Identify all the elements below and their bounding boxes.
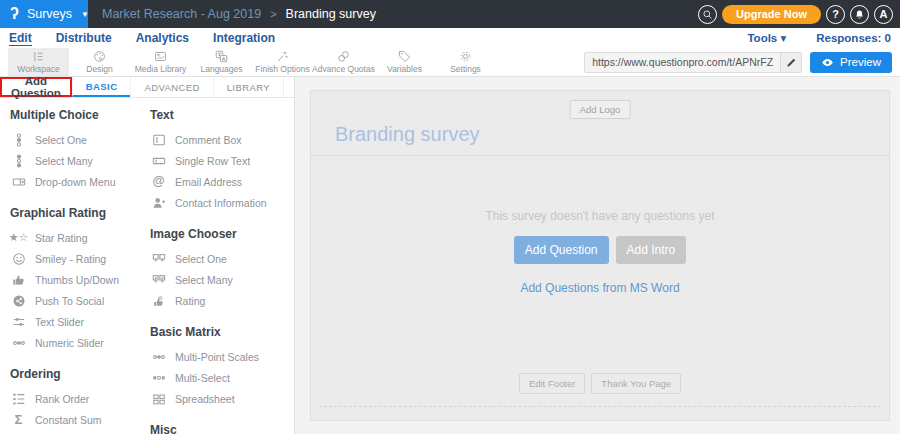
comment-box-icon (152, 133, 166, 147)
add-question-panel-button[interactable]: Add Question (0, 77, 72, 97)
qtype-constant-sum[interactable]: Σ Constant Sum (10, 409, 150, 430)
breadcrumb-separator: > (270, 8, 276, 20)
toolbar-workspace[interactable]: Workspace (8, 48, 69, 76)
toolbar-advance-quotas[interactable]: Advance Quotas (313, 48, 374, 76)
section-title: Text (150, 108, 294, 122)
responses-count[interactable]: Responses: 0 (816, 32, 891, 44)
add-question-button[interactable]: Add Question (514, 236, 609, 264)
tools-dropdown[interactable]: Tools ▾ (747, 31, 786, 45)
card-footer-actions: Edit Footer Thank You Page (311, 373, 889, 394)
preview-button[interactable]: Preview (810, 52, 892, 73)
section-title: Basic Matrix (150, 325, 294, 339)
numeric-slider-icon (12, 336, 26, 350)
qtype-multi-point-scales[interactable]: Multi-Point Scales (150, 346, 294, 367)
tab-integration[interactable]: Integration (213, 31, 275, 45)
text-slider-icon (12, 315, 26, 329)
panel-body: Multiple Choice Select One Select Many D… (0, 98, 294, 434)
qtype-comment-box[interactable]: Comment Box (150, 129, 294, 150)
chain-icon (337, 50, 350, 63)
tab-analytics[interactable]: Analytics (136, 31, 189, 45)
toolbar-finish-options[interactable]: Finish Options (252, 48, 313, 76)
survey-card-body: This survey doesn't have any questions y… (311, 156, 889, 420)
multi-select-icon (152, 371, 166, 385)
thank-you-page-button[interactable]: Thank You Page (591, 373, 681, 394)
edit-url-button[interactable] (780, 53, 801, 72)
question-type-panel: Add Question BASIC ADVANCED LIBRARY × Mu… (0, 77, 295, 434)
survey-toolbar: Workspace Design Media Library Languages… (0, 48, 900, 77)
magic-wand-icon (276, 50, 289, 63)
qtype-select-many[interactable]: Select Many (10, 150, 150, 171)
qtype-dropdown-menu[interactable]: Drop-down Menu (10, 171, 150, 192)
qtype-drag-and-drop[interactable]: Drag and Drop (10, 430, 150, 434)
survey-card: Add Logo Branding survey This survey doe… (310, 90, 890, 421)
qtype-smiley-rating[interactable]: Smiley - Rating (10, 248, 150, 269)
account-avatar[interactable]: A (874, 5, 893, 24)
qtype-text-slider[interactable]: Text Slider (10, 311, 150, 332)
breadcrumb-parent-link[interactable]: Market Research - Aug 2019 (102, 7, 261, 21)
rank-order-icon (12, 392, 26, 406)
upgrade-now-button[interactable]: Upgrade Now (722, 5, 821, 24)
qtype-contact-information[interactable]: Contact Information (150, 192, 294, 213)
toolbar-variables[interactable]: Variables (374, 48, 435, 76)
qtype-image-select-one[interactable]: Select One (150, 248, 294, 269)
notifications-button[interactable] (850, 5, 869, 24)
panel-column-2: Text Comment Box Single Row Text @ Email… (150, 108, 294, 434)
qtype-numeric-slider[interactable]: Numeric Slider (10, 332, 150, 353)
qtype-thumbs-up-down[interactable]: Thumbs Up/Down (10, 269, 150, 290)
toolbar-settings[interactable]: Settings (435, 48, 496, 76)
radio-list-icon (12, 133, 26, 147)
tab-edit[interactable]: Edit (9, 31, 32, 46)
search-icon (702, 9, 713, 20)
qtype-multi-select[interactable]: Multi-Select (150, 367, 294, 388)
add-intro-button[interactable]: Add Intro (616, 236, 687, 264)
top-actions: Upgrade Now ? A (698, 5, 900, 24)
help-button[interactable]: ? (826, 5, 845, 24)
toolbar-languages[interactable]: Languages (191, 48, 252, 76)
qtype-image-select-many[interactable]: Select Many (150, 269, 294, 290)
checkbox-list-icon (12, 154, 26, 168)
tab-distribute[interactable]: Distribute (56, 31, 112, 45)
footer-dashed-divider (319, 406, 881, 407)
qtype-spreadsheet[interactable]: Spreadsheet (150, 388, 294, 409)
section-title: Graphical Rating (10, 206, 150, 220)
chevron-down-icon: ▼ (81, 10, 89, 19)
image-rating-icon (152, 294, 166, 308)
workspace-icon (32, 50, 45, 63)
qtype-single-row-text[interactable]: Single Row Text (150, 150, 294, 171)
add-logo-button[interactable]: Add Logo (570, 100, 631, 119)
search-button[interactable] (698, 5, 717, 24)
surveys-menu[interactable]: ʔ Surveys ▼ (0, 0, 88, 28)
add-questions-from-ms-word-link[interactable]: Add Questions from MS Word (520, 281, 679, 295)
spreadsheet-icon (152, 392, 166, 406)
qtype-email-address[interactable]: @ Email Address (150, 171, 294, 192)
survey-url[interactable]: https://www.questionpro.com/t/APNrFZ (585, 53, 780, 72)
qtype-star-rating[interactable]: ★☆ Star Rating (10, 227, 150, 248)
edit-footer-button[interactable]: Edit Footer (519, 373, 585, 394)
breadcrumb: Market Research - Aug 2019 > Branding su… (102, 7, 376, 21)
dropdown-menu-icon (12, 175, 26, 189)
top-bar: ʔ Surveys ▼ Market Research - Aug 2019 >… (0, 0, 900, 28)
qtype-push-to-social[interactable]: Push To Social (10, 290, 150, 311)
gear-icon (459, 50, 472, 63)
thumbs-up-icon (12, 273, 26, 287)
panel-tabs: BASIC ADVANCED LIBRARY × (72, 77, 313, 97)
tab-advanced[interactable]: ADVANCED (130, 77, 212, 97)
section-title: Misc (150, 423, 294, 434)
image-icon (154, 50, 167, 63)
toolbar-design[interactable]: Design (69, 48, 130, 76)
panel-header: Add Question BASIC ADVANCED LIBRARY × (0, 77, 294, 98)
qtype-rank-order[interactable]: Rank Order (10, 388, 150, 409)
qtype-select-one[interactable]: Select One (10, 129, 150, 150)
toolbar-media-library[interactable]: Media Library (130, 48, 191, 76)
survey-canvas: Add Logo Branding survey This survey doe… (295, 77, 900, 434)
section-title: Image Chooser (150, 227, 294, 241)
qtype-image-rating[interactable]: Rating (150, 290, 294, 311)
pencil-icon (786, 57, 797, 68)
star-rating-icon: ★☆ (9, 232, 29, 243)
section-title: Ordering (10, 367, 150, 381)
tab-library[interactable]: LIBRARY (213, 77, 283, 97)
breadcrumb-current: Branding survey (286, 7, 376, 21)
translate-icon (215, 50, 228, 63)
tab-basic[interactable]: BASIC (72, 77, 131, 97)
survey-title[interactable]: Branding survey (335, 123, 480, 146)
